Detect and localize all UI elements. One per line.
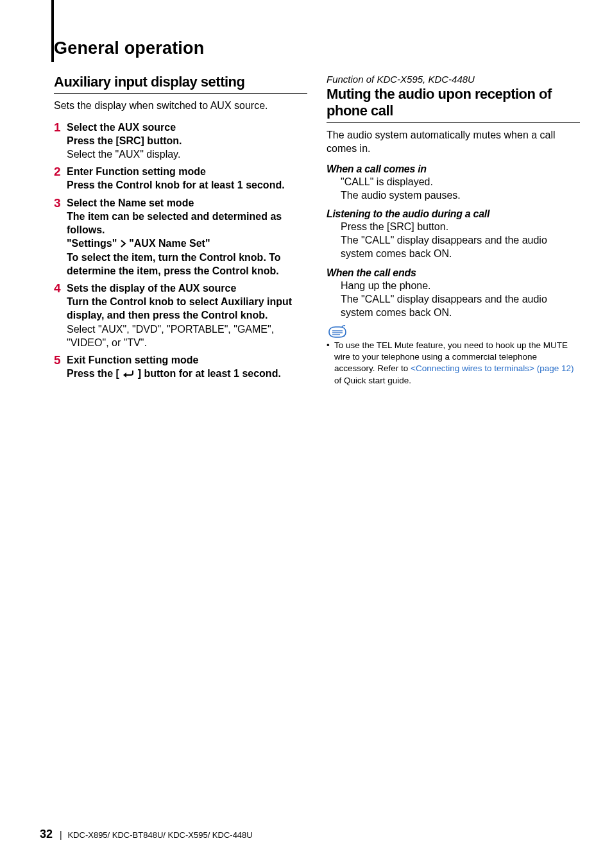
step-body: Exit Function setting mode Press the [ ]…	[67, 353, 307, 381]
step-2: 2 Enter Function setting mode Press the …	[54, 165, 307, 192]
mute-heading: Muting the audio upon reception of phone…	[327, 86, 580, 123]
columns: Auxiliary input display setting Sets the…	[54, 74, 583, 387]
section-rule	[51, 0, 54, 62]
sub-heading-call-ends: When the call ends	[327, 267, 580, 279]
step-title: Sets the display of the AUX source	[67, 281, 307, 295]
step-bold: Press the Control knob for at least 1 se…	[67, 178, 307, 192]
indent-text: The "CALL" display disappears and the au…	[341, 292, 580, 319]
note-item: To use the TEL Mute feature, you need to…	[327, 340, 580, 387]
sub-heading-listening: Listening to the audio during a call	[327, 208, 580, 220]
step-body: Select the AUX source Press the [SRC] bu…	[67, 121, 307, 161]
step-plain: Select the "AUX" display.	[67, 147, 307, 161]
step-title: Select the Name set mode	[67, 196, 307, 210]
aux-heading: Auxiliary input display setting	[54, 74, 307, 94]
step-body: Enter Function setting mode Press the Co…	[67, 165, 307, 192]
text-fragment: ] button for at least 1 second.	[138, 368, 281, 379]
note-icon	[327, 324, 580, 338]
step-title: Exit Function setting mode	[67, 353, 307, 367]
indent-bold: Hang up the phone.	[341, 279, 580, 292]
step-plain: Select "AUX", "DVD", "PORTABLE", "GAME",…	[67, 322, 307, 349]
page: General operation Auxiliary input displa…	[0, 0, 612, 868]
indent-text: The "CALL" display disappears and the au…	[341, 233, 580, 260]
function-of: Function of KDC-X595, KDC-448U	[327, 74, 580, 85]
section-title: General operation	[54, 38, 583, 58]
footer-separator: |	[60, 830, 62, 840]
step-bold: Press the [SRC] button.	[67, 134, 307, 147]
return-icon	[122, 368, 135, 381]
step-number: 4	[54, 281, 67, 349]
footer: 32 | KDC-X895/ KDC-BT848U/ KDC-X595/ KDC…	[40, 828, 253, 841]
path-segment: "Settings"	[67, 238, 117, 249]
step-bold: Turn the Control knob to select Auxiliar…	[67, 295, 307, 322]
step-body: Sets the display of the AUX source Turn …	[67, 281, 307, 349]
footer-models: KDC-X895/ KDC-BT848U/ KDC-X595/ KDC-448U	[67, 830, 252, 840]
page-number: 32	[40, 828, 53, 840]
step-bold: Press the [ ] button for at least 1 seco…	[67, 367, 307, 381]
aux-lead: Sets the display when switched to AUX so…	[54, 99, 307, 113]
step-bold: The item can be selected and determined …	[67, 210, 307, 237]
step-title: Enter Function setting mode	[67, 165, 307, 178]
step-number: 2	[54, 165, 67, 192]
chevron-right-icon	[120, 237, 126, 251]
step-number: 3	[54, 196, 67, 278]
step-settings-path: "Settings" "AUX Name Set"	[67, 237, 307, 251]
step-body: Select the Name set mode The item can be…	[67, 196, 307, 278]
step-number: 5	[54, 353, 67, 381]
note-link[interactable]: <Connecting wires to terminals> (page 12…	[411, 363, 574, 373]
step-title: Select the AUX source	[67, 121, 307, 134]
step-1: 1 Select the AUX source Press the [SRC] …	[54, 121, 307, 161]
step-bold: To select the item, turn the Control kno…	[67, 251, 307, 278]
indent-text: The audio system pauses.	[341, 188, 580, 202]
indent-bold: Press the [SRC] button.	[341, 220, 580, 233]
step-5: 5 Exit Function setting mode Press the […	[54, 353, 307, 381]
left-column: Auxiliary input display setting Sets the…	[54, 74, 307, 387]
path-segment: "AUX Name Set"	[129, 238, 210, 249]
step-4: 4 Sets the display of the AUX source Tur…	[54, 281, 307, 349]
step-3: 3 Select the Name set mode The item can …	[54, 196, 307, 278]
indent-text: "CALL" is displayed.	[341, 175, 580, 188]
right-column: Function of KDC-X595, KDC-448U Muting th…	[327, 74, 580, 387]
mute-lead: The audio system automatically mutes whe…	[327, 128, 580, 156]
step-number: 1	[54, 121, 67, 161]
text-fragment: Press the [	[67, 368, 122, 379]
note-list: To use the TEL Mute feature, you need to…	[327, 340, 580, 387]
note-text: of Quick start guide.	[334, 376, 411, 385]
sub-heading-call-in: When a call comes in	[327, 163, 580, 175]
